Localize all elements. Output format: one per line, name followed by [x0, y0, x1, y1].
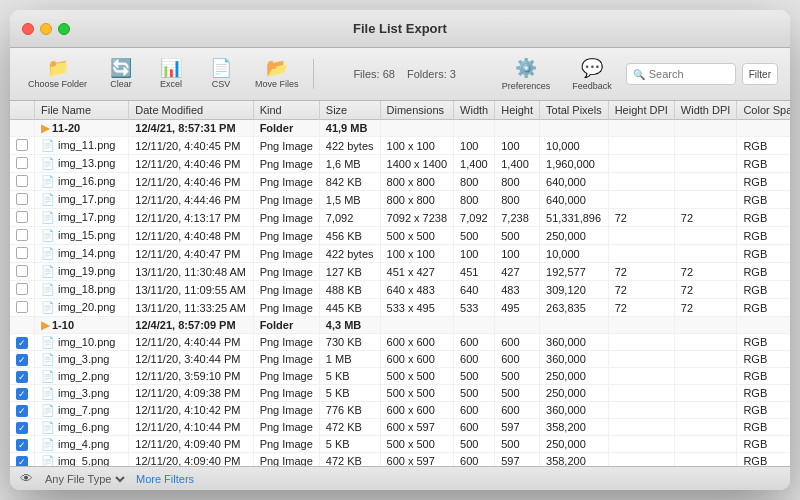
row-color-space [737, 120, 790, 137]
row-color-space: RGB [737, 191, 790, 209]
row-width: 600 [454, 453, 495, 467]
row-checkbox[interactable]: ✓ [10, 368, 35, 385]
row-dimensions: 600 x 600 [380, 351, 454, 368]
filter-button[interactable]: Filter [742, 63, 778, 85]
row-checkbox[interactable]: ✓ [10, 419, 35, 436]
col-color-space[interactable]: Color Space [737, 101, 790, 120]
search-input[interactable] [649, 68, 729, 80]
row-dimensions [380, 120, 454, 137]
row-height-dpi [608, 453, 674, 467]
col-width[interactable]: Width [454, 101, 495, 120]
file-table: File Name Date Modified Kind Size Dimens… [10, 101, 790, 466]
row-width-dpi [674, 120, 737, 137]
row-filename: 📄img_13.png [35, 155, 129, 173]
row-width-dpi [674, 351, 737, 368]
col-size[interactable]: Size [319, 101, 380, 120]
col-height[interactable]: Height [495, 101, 540, 120]
row-height: 427 [495, 263, 540, 281]
row-height: 800 [495, 191, 540, 209]
row-height: 495 [495, 299, 540, 317]
move-files-button[interactable]: 📂 Move Files [249, 56, 305, 92]
row-size: 4,3 MB [319, 317, 380, 334]
close-button[interactable] [22, 23, 34, 35]
row-checkbox[interactable]: ✓ [10, 402, 35, 419]
row-kind: Png Image [253, 263, 319, 281]
row-date: 12/11/20, 4:10:44 PM [129, 419, 253, 436]
row-dimensions: 100 x 100 [380, 137, 454, 155]
row-checkbox[interactable] [10, 173, 35, 191]
row-total-pixels: 640,000 [540, 173, 609, 191]
row-filename: 📄img_20.png [35, 299, 129, 317]
row-checkbox[interactable] [10, 245, 35, 263]
row-size: 1,5 MB [319, 191, 380, 209]
col-height-dpi[interactable]: Height DPI [608, 101, 674, 120]
traffic-lights [22, 23, 70, 35]
row-height-dpi: 72 [608, 209, 674, 227]
maximize-button[interactable] [58, 23, 70, 35]
row-checkbox[interactable] [10, 137, 35, 155]
row-date: 12/11/20, 3:40:44 PM [129, 351, 253, 368]
row-size: 5 KB [319, 436, 380, 453]
row-width: 100 [454, 245, 495, 263]
row-kind: Png Image [253, 402, 319, 419]
row-checkbox[interactable] [10, 191, 35, 209]
preferences-button[interactable]: ⚙️ Preferences [494, 54, 559, 94]
row-height-dpi [608, 419, 674, 436]
folder-icon: 📁 [47, 59, 69, 77]
row-width [454, 120, 495, 137]
row-kind: Png Image [253, 299, 319, 317]
col-total-pixels[interactable]: Total Pixels [540, 101, 609, 120]
row-checkbox[interactable] [10, 155, 35, 173]
clear-icon: 🔄 [110, 59, 132, 77]
row-width-dpi [674, 385, 737, 402]
row-filename: 📄img_10.png [35, 334, 129, 351]
col-kind[interactable]: Kind [253, 101, 319, 120]
excel-button[interactable]: 📊 Excel [149, 56, 193, 92]
row-date: 12/11/20, 4:10:42 PM [129, 402, 253, 419]
row-total-pixels: 358,200 [540, 453, 609, 467]
minimize-button[interactable] [40, 23, 52, 35]
row-checkbox[interactable] [10, 317, 35, 334]
table-row: ✓📄img_5.png12/11/20, 4:09:40 PMPng Image… [10, 453, 790, 467]
col-dimensions[interactable]: Dimensions [380, 101, 454, 120]
row-total-pixels: 360,000 [540, 334, 609, 351]
row-checkbox[interactable]: ✓ [10, 351, 35, 368]
row-width: 800 [454, 191, 495, 209]
row-height-dpi [608, 137, 674, 155]
row-checkbox[interactable]: ✓ [10, 334, 35, 351]
table-row: ✓📄img_7.png12/11/20, 4:10:42 PMPng Image… [10, 402, 790, 419]
clear-label: Clear [110, 79, 132, 89]
row-height-dpi: 72 [608, 263, 674, 281]
file-table-container[interactable]: File Name Date Modified Kind Size Dimens… [10, 101, 790, 466]
row-width: 533 [454, 299, 495, 317]
row-checkbox[interactable] [10, 263, 35, 281]
filetype-select[interactable]: Any File Type PNG JPEG PDF TIFF [41, 472, 128, 486]
row-checkbox[interactable] [10, 227, 35, 245]
col-date[interactable]: Date Modified [129, 101, 253, 120]
row-checkbox[interactable]: ✓ [10, 453, 35, 467]
row-dimensions [380, 317, 454, 334]
csv-button[interactable]: 📄 CSV [199, 56, 243, 92]
row-filename: 📄img_7.png [35, 402, 129, 419]
row-width-dpi [674, 317, 737, 334]
row-color-space: RGB [737, 209, 790, 227]
row-checkbox[interactable]: ✓ [10, 385, 35, 402]
row-width [454, 317, 495, 334]
col-filename[interactable]: File Name [35, 101, 129, 120]
row-width: 7,092 [454, 209, 495, 227]
feedback-button[interactable]: 💬 Feedback [564, 54, 620, 94]
row-height-dpi [608, 351, 674, 368]
choose-folder-button[interactable]: 📁 Choose Folder [22, 56, 93, 92]
row-height: 500 [495, 436, 540, 453]
move-files-label: Move Files [255, 79, 299, 89]
row-checkbox[interactable]: ✓ [10, 436, 35, 453]
row-checkbox[interactable] [10, 281, 35, 299]
row-checkbox[interactable] [10, 209, 35, 227]
row-color-space: RGB [737, 402, 790, 419]
clear-button[interactable]: 🔄 Clear [99, 56, 143, 92]
table-row: 📄img_11.png12/11/20, 4:40:45 PMPng Image… [10, 137, 790, 155]
row-checkbox[interactable] [10, 299, 35, 317]
col-width-dpi[interactable]: Width DPI [674, 101, 737, 120]
row-checkbox[interactable] [10, 120, 35, 137]
more-filters-button[interactable]: More Filters [136, 473, 194, 485]
